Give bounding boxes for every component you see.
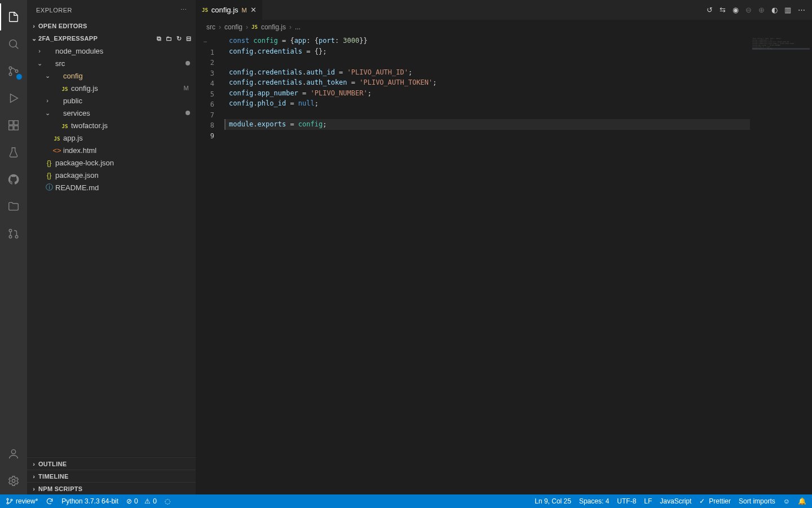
status-sort-imports[interactable]: Sort imports	[739, 497, 775, 505]
tree-folder[interactable]: ›node_modules	[27, 45, 196, 57]
status-spaces[interactable]: Spaces: 4	[579, 497, 609, 505]
activity-debug-icon[interactable]	[0, 85, 27, 112]
chevron-down-icon: ⌄	[29, 35, 38, 42]
chevron-right-icon: ›	[35, 47, 44, 54]
file-icon: JS	[60, 121, 70, 130]
code-content[interactable]: const config = {app: {port: 3000}}config…	[224, 34, 750, 494]
chevron-right-icon: ›	[29, 23, 38, 29]
chevron-right-icon: ›	[29, 461, 38, 467]
activity-folder-icon[interactable]	[0, 193, 27, 220]
tree-file[interactable]: JSconfig.jsM	[27, 82, 196, 94]
status-cursor[interactable]: Ln 9, Col 25	[535, 497, 571, 505]
editor-body[interactable]: ⋯123456789 const config = {app: {port: 3…	[196, 34, 812, 494]
svg-point-0	[10, 40, 17, 47]
activity-scm-icon[interactable]	[0, 58, 27, 85]
tree-item-label: config.js	[71, 84, 182, 93]
open-editors-section[interactable]: › OPEN EDITORS	[27, 20, 196, 32]
svg-rect-6	[14, 126, 18, 130]
chevron-right-icon: ›	[43, 97, 52, 104]
tree-file[interactable]: JSapp.js	[27, 132, 196, 144]
activity-pullrequest-icon[interactable]	[0, 220, 27, 247]
js-icon: JS	[202, 7, 208, 13]
chevron-down-icon: ⌄	[35, 60, 44, 67]
status-formatter[interactable]: Prettier	[699, 497, 731, 505]
open-preview-icon[interactable]: ◐	[771, 6, 778, 14]
tree-item-label: services	[63, 109, 183, 117]
svg-rect-5	[9, 126, 13, 130]
status-encoding[interactable]: UTF-8	[617, 497, 636, 505]
git-status-badge: M	[182, 85, 190, 91]
svg-point-15	[11, 499, 12, 501]
warning-icon: ⚠	[144, 497, 151, 505]
tree-file[interactable]: {}package.json	[27, 169, 196, 181]
tree-file[interactable]: ⓘREADME.md	[27, 181, 196, 194]
status-problems[interactable]: ⊘0 ⚠0	[126, 497, 157, 505]
feedback-icon[interactable]: ☺	[783, 497, 790, 505]
status-live-icon[interactable]: ◌	[165, 497, 170, 505]
status-eol[interactable]: LF	[644, 497, 652, 505]
tree-file[interactable]: {}package-lock.json	[27, 156, 196, 169]
dirty-dot-icon	[186, 61, 190, 65]
chevron-down-icon: ⌄	[43, 72, 52, 80]
tree-folder[interactable]: ⌄config	[27, 69, 196, 82]
scm-badge	[16, 73, 23, 80]
svg-point-11	[11, 450, 15, 454]
close-icon[interactable]: ✕	[250, 6, 257, 14]
bell-icon[interactable]: 🔔	[798, 497, 806, 505]
new-file-icon[interactable]: ⧉	[157, 35, 161, 42]
editor-actions: ↺ ⇆ ◉ ⊖ ⊕ ◐ ▥ ⋯	[700, 0, 812, 20]
tree-item-label: public	[63, 97, 190, 105]
svg-point-12	[12, 479, 15, 483]
sidebar-header: EXPLORER ⋯	[27, 0, 196, 20]
tab-config-js[interactable]: JS config.js M ✕	[196, 0, 263, 20]
split-editor-icon[interactable]: ▥	[784, 6, 791, 14]
tree-folder[interactable]: ⌄services	[27, 107, 196, 119]
branch-icon	[6, 497, 14, 505]
status-language[interactable]: JavaScript	[660, 497, 691, 505]
next-change-icon[interactable]: ⊕	[758, 6, 765, 14]
activity-search-icon[interactable]	[0, 30, 27, 58]
svg-rect-7	[14, 121, 18, 125]
project-section[interactable]: ⌄ 2FA_EXPRESSAPP ⧉ 🗀 ↻ ⊟	[27, 32, 196, 45]
activity-account-icon[interactable]	[0, 440, 27, 467]
explorer-sidebar: EXPLORER ⋯ › OPEN EDITORS ⌄ 2FA_EXPRESSA…	[27, 0, 196, 494]
sidebar-more-icon[interactable]: ⋯	[180, 6, 187, 14]
sidebar-title: EXPLORER	[36, 7, 180, 14]
history-icon[interactable]: ↺	[707, 6, 713, 14]
new-folder-icon[interactable]: 🗀	[166, 35, 172, 42]
tree-item-label: index.html	[63, 146, 190, 155]
status-interpreter[interactable]: Python 3.7.3 64-bit	[61, 497, 118, 505]
tree-folder[interactable]: ›public	[27, 94, 196, 107]
file-icon: JS	[60, 84, 70, 93]
svg-point-2	[9, 73, 12, 76]
outline-section[interactable]: ›OUTLINE	[27, 457, 196, 470]
tree-folder[interactable]: ⌄src	[27, 57, 196, 69]
tree-file[interactable]: <>index.html	[27, 144, 196, 156]
collapse-all-icon[interactable]: ⊟	[186, 35, 191, 42]
svg-point-14	[7, 502, 8, 504]
npm-scripts-section[interactable]: ›NPM SCRIPTS	[27, 482, 196, 494]
tab-bar: JS config.js M ✕ ↺ ⇆ ◉ ⊖ ⊕ ◐ ▥ ⋯	[196, 0, 812, 20]
activity-testing-icon[interactable]	[0, 139, 27, 166]
file-icon: {}	[44, 171, 54, 179]
tree-file[interactable]: JStwofactor.js	[27, 119, 196, 132]
activity-extensions-icon[interactable]	[0, 112, 27, 139]
activity-explorer-icon[interactable]	[0, 3, 27, 30]
activity-github-icon[interactable]	[0, 166, 27, 193]
breadcrumb[interactable]: src› config› JS config.js› ...	[196, 20, 812, 34]
line-gutter: ⋯123456789	[196, 34, 224, 494]
status-branch[interactable]: review*	[6, 497, 38, 505]
prev-change-icon[interactable]: ⊖	[745, 6, 752, 14]
file-icon: {}	[44, 159, 54, 167]
status-sync[interactable]	[46, 497, 54, 505]
tree-item-label: package.json	[55, 171, 190, 179]
activity-bar	[0, 0, 27, 494]
minimap[interactable]: const config = {app: {port: 3000}}config…	[750, 34, 812, 494]
activity-settings-icon[interactable]	[0, 467, 27, 494]
tree-item-label: twofactor.js	[71, 121, 190, 130]
git-lens-icon[interactable]: ◉	[732, 6, 739, 14]
timeline-section[interactable]: ›TIMELINE	[27, 470, 196, 482]
refresh-icon[interactable]: ↻	[176, 35, 182, 42]
more-actions-icon[interactable]: ⋯	[798, 6, 805, 14]
compare-icon[interactable]: ⇆	[720, 6, 726, 14]
